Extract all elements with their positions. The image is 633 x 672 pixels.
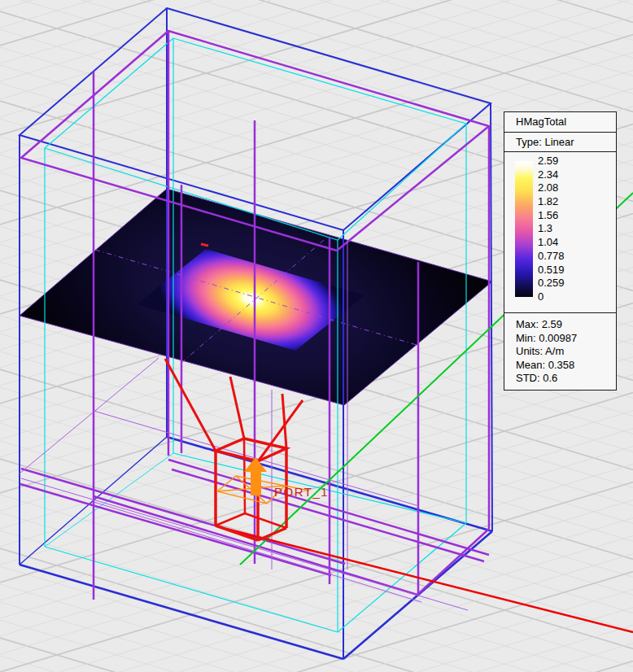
scale-label: 2.59: [538, 155, 565, 168]
field-max-marker: [201, 244, 208, 246]
stat-mean: Mean: 0.358: [516, 359, 613, 373]
scale-label: 2.34: [538, 168, 565, 181]
port-arrow-icon: [244, 457, 267, 495]
field-legend[interactable]: HMagTotal Type: Linear 2.59 2.34 2.08 1.…: [504, 111, 617, 391]
stat-std: STD: 0.6: [516, 372, 613, 386]
scale-label: 1.82: [538, 195, 565, 208]
scale-label: 1.04: [538, 236, 565, 249]
stat-min: Min: 0.00987: [516, 332, 613, 346]
scale-label: 1.56: [538, 209, 565, 222]
port-label: PORT_1: [274, 485, 329, 499]
legend-stats: Max: 2.59 Min: 0.00987 Units: A/m Mean: …: [504, 313, 616, 390]
legend-title: HMagTotal: [504, 112, 616, 133]
stat-units: Units: A/m: [516, 345, 613, 359]
scale-label: 0.778: [538, 250, 565, 263]
colorbar-labels: 2.59 2.34 2.08 1.82 1.56 1.3 1.04 0.778 …: [538, 155, 565, 303]
colorbar-gradient: [515, 161, 533, 297]
scale-label: 0.519: [538, 264, 565, 277]
legend-color-scale: 2.59 2.34 2.08 1.82 1.56 1.3 1.04 0.778 …: [504, 152, 616, 313]
scale-label: 1.3: [538, 222, 565, 235]
scale-label: 0: [538, 290, 565, 303]
legend-scale-type: Type: Linear: [504, 133, 616, 152]
scale-label: 0.259: [538, 277, 565, 290]
field-overlay-plane: [20, 189, 492, 405]
stat-max: Max: 2.59: [516, 318, 613, 332]
viewport-3d[interactable]: PORT_1 HMagTotal Type: Linear 2.59 2.34 …: [0, 0, 633, 672]
scale-label: 2.08: [538, 181, 565, 194]
